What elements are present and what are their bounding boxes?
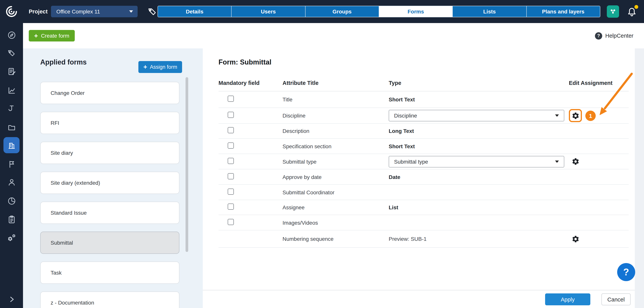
sidebar-item-checklists[interactable]	[4, 211, 20, 227]
form-card-label: Submittal	[50, 240, 73, 246]
sidebar-item-documents[interactable]	[4, 119, 20, 135]
apply-button[interactable]: Apply	[545, 293, 590, 305]
chart-icon	[7, 86, 16, 95]
gear-icon	[571, 235, 580, 243]
form-card-label: Site diary	[50, 150, 73, 156]
form-card-site-diary[interactable]: Site diary	[40, 142, 180, 164]
mandatory-checkbox[interactable]	[228, 204, 234, 210]
chevron-down-icon	[555, 160, 559, 163]
mandatory-checkbox[interactable]	[228, 96, 234, 102]
sidebar-item-statistics[interactable]	[4, 193, 20, 209]
tag-icon[interactable]	[147, 7, 157, 17]
sidebar-item-tags[interactable]	[4, 45, 20, 61]
chevron-down-icon	[129, 10, 133, 13]
attribute-title: Description	[282, 128, 389, 134]
tab-details[interactable]: Details	[158, 6, 232, 17]
sidebar-item-equipment[interactable]	[4, 101, 20, 117]
header-edit-assignment: Edit Assignment	[569, 80, 629, 86]
flag-icon	[7, 160, 16, 169]
assign-form-button[interactable]: + Assign form	[138, 61, 182, 73]
submittal-type-dropdown[interactable]: Submittal type	[389, 156, 564, 167]
form-card-site-diary-extended[interactable]: Site diary (extended)	[40, 172, 180, 194]
header-attribute-title: Attribute Title	[282, 80, 389, 86]
sidebar-item-reports[interactable]	[4, 82, 20, 98]
settings-gears-icon	[7, 233, 16, 242]
sidebar-item-projects[interactable]	[4, 137, 20, 153]
attribute-title: Submittal Coordinator	[282, 189, 389, 195]
pie-chart-icon	[7, 196, 16, 205]
sidebar-item-dashboard[interactable]	[4, 27, 20, 43]
building-icon	[7, 141, 16, 149]
sidebar-item-issues[interactable]	[4, 156, 20, 172]
attribute-title: Approve by date	[282, 174, 389, 180]
edit-assignment-gear-button[interactable]	[569, 233, 582, 245]
discipline-type-dropdown[interactable]: Discipline	[389, 110, 564, 121]
attribute-title: Discipline	[282, 112, 389, 119]
form-card-submittal[interactable]: Submittal	[40, 232, 180, 254]
question-mark-glyph: ?	[623, 266, 629, 278]
mandatory-checkbox[interactable]	[228, 219, 234, 225]
project-label: Project	[29, 0, 48, 23]
sidebar-item-settings[interactable]	[4, 230, 20, 246]
form-card-change-order[interactable]: Change Order	[40, 82, 180, 104]
panel-scrollbar-thumb[interactable]	[186, 77, 188, 252]
form-card-label: z - Documentation	[50, 299, 94, 306]
form-card-standard-issue[interactable]: Standard Issue	[40, 202, 180, 224]
tab-lists[interactable]: Lists	[453, 6, 527, 17]
form-card-rfi[interactable]: RFI	[40, 112, 180, 134]
form-card-label: Standard Issue	[50, 210, 87, 216]
annotation-step-badge: 1	[585, 110, 596, 121]
table-row: Submittal Coordinator	[218, 185, 629, 200]
tab-groups[interactable]: Groups	[305, 6, 379, 17]
mandatory-checkbox[interactable]	[228, 127, 234, 133]
attribute-title: Title	[282, 96, 389, 102]
edit-assignment-gear-button[interactable]	[570, 111, 580, 121]
project-selector-dropdown[interactable]: Office Complex 11	[51, 6, 138, 17]
create-form-label: Create form	[41, 33, 70, 39]
create-form-button[interactable]: + Create form	[29, 30, 75, 42]
plus-icon: +	[143, 64, 147, 70]
help-center-link[interactable]: ? HelpCenter	[595, 30, 634, 42]
attribute-title: Submittal type	[282, 159, 389, 165]
tab-users[interactable]: Users	[232, 6, 306, 17]
table-row: Discipline Discipline 1	[218, 108, 629, 124]
mandatory-checkbox[interactable]	[228, 188, 234, 195]
gear-icon	[571, 112, 580, 120]
tab-plans-and-layers[interactable]: Plans and layers	[526, 6, 600, 17]
sidebar-expand-button[interactable]	[4, 291, 20, 307]
app-logo-icon	[5, 5, 18, 18]
notification-dot	[634, 5, 638, 9]
header-type: Type	[389, 80, 569, 86]
network-icon	[609, 8, 617, 15]
form-editor-title: Form: Submittal	[218, 58, 272, 66]
gear-icon	[571, 158, 580, 166]
hook-icon	[7, 104, 16, 113]
mandatory-checkbox[interactable]	[228, 173, 234, 179]
tab-forms[interactable]: Forms	[379, 6, 453, 17]
field-type: Long Text	[389, 128, 569, 134]
cancel-button[interactable]: Cancel	[602, 293, 630, 305]
form-card-z-documentation[interactable]: z - Documentation	[40, 291, 180, 308]
folder-icon	[7, 123, 16, 131]
form-card-label: Task	[50, 270, 62, 276]
mandatory-checkbox[interactable]	[228, 142, 234, 148]
floating-help-button[interactable]: ?	[617, 263, 635, 281]
form-edit-icon	[7, 67, 16, 76]
applied-forms-panel: Applied forms + Assign form Change Order…	[23, 48, 203, 308]
table-header-row: Mandatory field Attribute Title Type Edi…	[218, 75, 629, 91]
field-type: List	[389, 204, 569, 210]
integrations-button[interactable]	[607, 5, 619, 18]
annotation-highlight-box	[569, 109, 582, 122]
clipboard-icon	[7, 215, 16, 224]
numbering-preview: Preview: SUB-1	[389, 236, 569, 242]
sidebar-item-forms[interactable]	[4, 63, 20, 79]
table-row: Assignee List	[218, 200, 629, 215]
edit-assignment-gear-button[interactable]	[569, 155, 582, 168]
form-card-task[interactable]: Task	[40, 261, 180, 284]
mandatory-checkbox[interactable]	[228, 158, 234, 164]
applied-forms-title: Applied forms	[40, 58, 87, 66]
project-section-tabs: Details Users Groups Forms Lists Plans a…	[158, 6, 600, 17]
table-row: Description Long Text	[218, 124, 629, 139]
mandatory-checkbox[interactable]	[228, 112, 234, 118]
sidebar-item-users[interactable]	[4, 174, 20, 190]
